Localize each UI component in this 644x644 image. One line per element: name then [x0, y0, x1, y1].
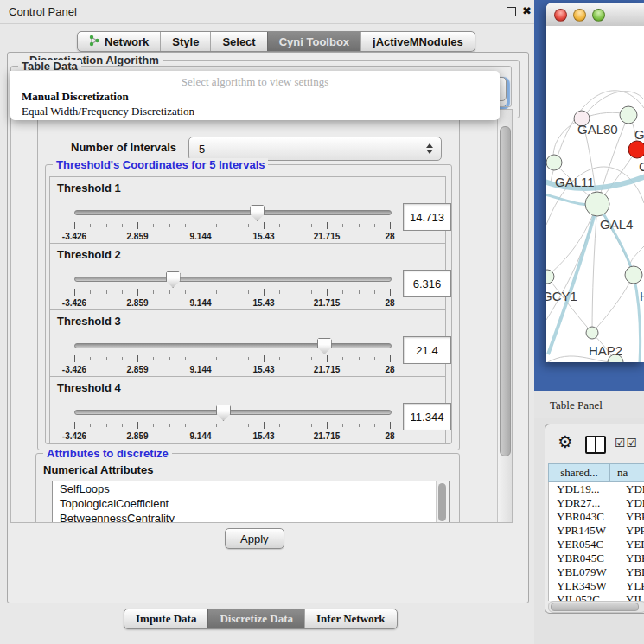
float-window-icon[interactable]: [507, 7, 516, 16]
slider-track[interactable]: [74, 343, 392, 348]
slider-track[interactable]: [74, 210, 392, 215]
gear-icon[interactable]: ⚙: [558, 431, 573, 452]
table-cell-shared-name[interactable]: YDL19...: [549, 482, 619, 496]
table-cell-name[interactable]: YER0: [619, 538, 644, 552]
threshold-value-field[interactable]: 14.713: [403, 203, 451, 231]
number-of-intervals-combobox[interactable]: 5: [188, 137, 442, 161]
table-row[interactable]: YER054CYER0: [549, 538, 644, 552]
table-row[interactable]: YLR345WYLR3: [549, 579, 644, 593]
table-header-name[interactable]: na: [610, 463, 644, 482]
threshold-slider-4[interactable]: -3.4262.8599.14415.4321.71528: [74, 405, 390, 441]
table-horizontal-scrollbar[interactable]: [548, 601, 644, 613]
tick-mark: [248, 290, 249, 294]
table-row[interactable]: YBR045CYBR0: [549, 552, 644, 565]
table-row[interactable]: YIL052CYIL0: [549, 593, 644, 601]
table-hscrollbar-thumb[interactable]: [551, 603, 639, 611]
table-cell-shared-name[interactable]: YDR27...: [549, 496, 619, 510]
close-icon[interactable]: ✖: [522, 4, 532, 17]
table-row[interactable]: YDL19...YDL1: [549, 482, 644, 496]
table-header-shared[interactable]: shared...: [548, 463, 610, 482]
table-cell-shared-name[interactable]: YER054C: [549, 538, 619, 552]
tick-mark: [106, 357, 107, 360]
tick-mark: [216, 357, 217, 360]
network-edge[interactable]: [592, 275, 634, 333]
numerical-attributes-list[interactable]: SelfLoopsTopologicalCoefficientBetweenne…: [52, 481, 450, 523]
slider-track[interactable]: [74, 277, 392, 282]
list-scrollbar-thumb[interactable]: [438, 483, 446, 521]
network-node-red[interactable]: [628, 141, 644, 158]
table-cell-shared-name[interactable]: YLR345W: [549, 579, 619, 593]
select-columns-icons[interactable]: ☑☑: [615, 436, 638, 450]
network-edge[interactable]: [547, 204, 597, 277]
network-node-green[interactable]: [620, 106, 637, 124]
threshold-value-field[interactable]: 6.316: [403, 270, 451, 297]
table-row[interactable]: YPR145WYPR1: [549, 524, 644, 538]
split-pane-icon[interactable]: [585, 436, 606, 454]
table-row[interactable]: YBR043CYBR0: [549, 510, 644, 524]
algorithm-option-manual[interactable]: Manual Discretization: [22, 90, 129, 104]
table-cell-name[interactable]: YLR3: [619, 579, 644, 593]
table-cell-name[interactable]: YDL1: [619, 482, 644, 496]
apply-button[interactable]: Apply: [225, 528, 284, 549]
slider-thumb[interactable]: [216, 405, 231, 421]
network-node-green[interactable]: [585, 192, 609, 216]
tab-discretize-data[interactable]: Discretize Data: [207, 609, 304, 628]
slider-thumb[interactable]: [317, 338, 332, 354]
close-traffic-light[interactable]: [554, 9, 567, 22]
table-cell-shared-name[interactable]: YBR043C: [549, 510, 619, 524]
network-window-titlebar[interactable]: [546, 3, 644, 27]
table-cell-shared-name[interactable]: YBR045C: [549, 552, 619, 565]
table-cell-name[interactable]: YBL0: [619, 565, 644, 579]
settings-scrollbar-thumb[interactable]: [500, 126, 511, 456]
tick-mark: [264, 355, 265, 362]
threshold-slider-1[interactable]: -3.4262.8599.14415.4321.71528: [74, 205, 390, 241]
tick-label: 21.715: [314, 298, 341, 308]
network-canvas[interactable]: GAL80GACGAL11GAL4GCY1HHAP2: [546, 26, 644, 362]
list-scrollbar[interactable]: [436, 481, 449, 523]
table-cell-name[interactable]: YDR2: [619, 496, 644, 510]
network-edge[interactable]: [547, 277, 592, 333]
tick-label: 2.859: [126, 298, 148, 308]
threshold-value-field[interactable]: 11.344: [403, 403, 451, 430]
zoom-traffic-light[interactable]: [592, 9, 605, 22]
table-cell-name[interactable]: YIL0: [619, 593, 644, 601]
number-of-intervals-label: Number of Intervals: [71, 141, 176, 154]
network-node-green[interactable]: [546, 155, 562, 170]
threshold-slider-3[interactable]: -3.4262.8599.14415.4321.71528: [74, 338, 390, 374]
network-node-green[interactable]: [625, 266, 642, 284]
minimize-traffic-light[interactable]: [573, 9, 586, 22]
settings-vertical-scrollbar[interactable]: [497, 110, 512, 522]
network-node-green[interactable]: [586, 327, 598, 339]
threshold-slider-2[interactable]: -3.4262.8599.14415.4321.71528: [74, 271, 390, 308]
algorithm-option-equal-width[interactable]: Equal Width/Frequency Discretization: [22, 105, 194, 118]
attribute-list-item[interactable]: SelfLoops: [53, 481, 449, 496]
table-cell-name[interactable]: YBR0: [619, 552, 644, 565]
tab-network[interactable]: Network: [78, 32, 160, 51]
tick-label: 9.144: [189, 232, 211, 241]
table-cell-shared-name[interactable]: YPR145W: [549, 524, 619, 538]
slider-thumb[interactable]: [166, 271, 181, 288]
slider-thumb[interactable]: [250, 205, 265, 221]
network-node-green[interactable]: [546, 270, 554, 284]
attribute-list-item[interactable]: BetweennessCentrality: [53, 511, 449, 523]
table-cell-shared-name[interactable]: YIL052C: [549, 593, 619, 601]
table-cell-shared-name[interactable]: YBL079W: [549, 565, 619, 579]
tab-label: Style: [172, 35, 199, 48]
network-view-window: GAL80GACGAL11GAL4GCY1HHAP2: [546, 3, 644, 362]
table-cell-name[interactable]: YBR0: [619, 510, 644, 524]
tab-cyni-toolbox[interactable]: Cyni Toolbox: [267, 32, 360, 51]
tab-impute-data[interactable]: Impute Data: [124, 609, 207, 628]
tab-style[interactable]: Style: [160, 32, 210, 51]
control-panel-tabbar: NetworkStyleSelectCyni ToolboxjActiveMNo…: [77, 31, 475, 52]
attribute-list-item[interactable]: TopologicalCoefficient: [53, 496, 449, 511]
slider-track[interactable]: [74, 410, 392, 415]
combo-arrows-icon: [426, 143, 433, 154]
tab-jactivemnodules[interactable]: jActiveMNodules: [360, 32, 475, 51]
node-label: HAP2: [589, 343, 622, 358]
table-cell-name[interactable]: YPR1: [619, 524, 644, 538]
tab-select[interactable]: Select: [210, 32, 266, 51]
table-row[interactable]: YDR27...YDR2: [549, 496, 644, 510]
table-row[interactable]: YBL079WYBL0: [549, 565, 644, 579]
tab-infer-network[interactable]: Infer Network: [304, 609, 397, 628]
threshold-value-field[interactable]: 21.4: [403, 336, 451, 364]
